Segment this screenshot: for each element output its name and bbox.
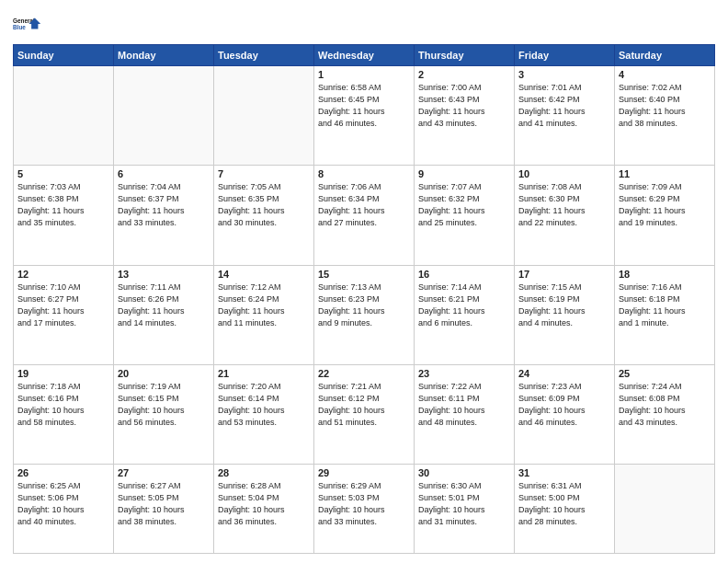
calendar-week-row: 26Sunrise: 6:25 AM Sunset: 5:06 PM Dayli… [14, 465, 715, 554]
calendar-cell: 18Sunrise: 7:16 AM Sunset: 6:18 PM Dayli… [615, 265, 715, 364]
day-info: Sunrise: 7:19 AM Sunset: 6:15 PM Dayligh… [118, 381, 210, 429]
calendar-cell: 25Sunrise: 7:24 AM Sunset: 6:08 PM Dayli… [615, 364, 715, 464]
calendar-cell: 3Sunrise: 7:01 AM Sunset: 6:42 PM Daylig… [515, 66, 615, 166]
day-number: 5 [17, 168, 109, 179]
calendar-week-row: 12Sunrise: 7:10 AM Sunset: 6:27 PM Dayli… [14, 265, 715, 364]
weekday-header: Monday [114, 45, 214, 66]
calendar-week-row: 19Sunrise: 7:18 AM Sunset: 6:16 PM Dayli… [14, 364, 715, 464]
calendar-cell: 26Sunrise: 6:25 AM Sunset: 5:06 PM Dayli… [14, 465, 114, 554]
svg-text:Blue: Blue [13, 24, 26, 30]
day-number: 20 [118, 368, 210, 379]
day-info: Sunrise: 7:04 AM Sunset: 6:37 PM Dayligh… [118, 181, 210, 229]
day-number: 9 [418, 168, 510, 179]
day-number: 22 [318, 368, 410, 379]
calendar-cell: 14Sunrise: 7:12 AM Sunset: 6:24 PM Dayli… [214, 265, 314, 364]
day-number: 26 [17, 467, 109, 478]
day-number: 18 [619, 269, 711, 280]
weekday-header: Friday [515, 45, 615, 66]
day-info: Sunrise: 7:08 AM Sunset: 6:30 PM Dayligh… [518, 181, 610, 229]
calendar-cell [214, 66, 314, 166]
calendar-cell: 6Sunrise: 7:04 AM Sunset: 6:37 PM Daylig… [114, 166, 214, 265]
day-number: 16 [418, 269, 510, 280]
day-info: Sunrise: 7:06 AM Sunset: 6:34 PM Dayligh… [318, 181, 410, 229]
day-info: Sunrise: 7:20 AM Sunset: 6:14 PM Dayligh… [218, 381, 310, 429]
day-info: Sunrise: 7:10 AM Sunset: 6:27 PM Dayligh… [17, 282, 109, 329]
day-number: 7 [218, 168, 310, 179]
day-number: 19 [17, 368, 109, 379]
day-info: Sunrise: 6:28 AM Sunset: 5:04 PM Dayligh… [218, 480, 310, 528]
day-info: Sunrise: 7:21 AM Sunset: 6:12 PM Dayligh… [318, 381, 410, 429]
day-info: Sunrise: 7:01 AM Sunset: 6:42 PM Dayligh… [518, 82, 610, 130]
day-number: 30 [418, 467, 510, 478]
day-info: Sunrise: 7:09 AM Sunset: 6:29 PM Dayligh… [619, 181, 711, 229]
calendar-cell: 21Sunrise: 7:20 AM Sunset: 6:14 PM Dayli… [214, 364, 314, 464]
day-number: 15 [318, 269, 410, 280]
day-info: Sunrise: 6:58 AM Sunset: 6:45 PM Dayligh… [318, 82, 410, 130]
day-number: 17 [518, 269, 610, 280]
calendar-cell: 10Sunrise: 7:08 AM Sunset: 6:30 PM Dayli… [515, 166, 615, 265]
day-info: Sunrise: 7:14 AM Sunset: 6:21 PM Dayligh… [418, 282, 510, 329]
day-info: Sunrise: 6:29 AM Sunset: 5:03 PM Dayligh… [318, 480, 410, 528]
day-info: Sunrise: 7:07 AM Sunset: 6:32 PM Dayligh… [418, 181, 510, 229]
calendar-cell: 7Sunrise: 7:05 AM Sunset: 6:35 PM Daylig… [214, 166, 314, 265]
day-info: Sunrise: 7:23 AM Sunset: 6:09 PM Dayligh… [518, 381, 610, 429]
calendar-cell [114, 66, 214, 166]
calendar-cell: 28Sunrise: 6:28 AM Sunset: 5:04 PM Dayli… [214, 465, 314, 554]
day-number: 25 [619, 368, 711, 379]
calendar-cell: 1Sunrise: 6:58 AM Sunset: 6:45 PM Daylig… [314, 66, 415, 166]
day-number: 21 [218, 368, 310, 379]
calendar-cell: 8Sunrise: 7:06 AM Sunset: 6:34 PM Daylig… [314, 166, 415, 265]
day-number: 6 [118, 168, 210, 179]
day-number: 27 [118, 467, 210, 478]
day-info: Sunrise: 7:02 AM Sunset: 6:40 PM Dayligh… [619, 82, 711, 130]
logo-icon: GeneralBlue [13, 9, 42, 39]
day-info: Sunrise: 6:31 AM Sunset: 5:00 PM Dayligh… [518, 480, 610, 528]
weekday-header: Tuesday [214, 45, 314, 66]
calendar-cell: 15Sunrise: 7:13 AM Sunset: 6:23 PM Dayli… [314, 265, 415, 364]
calendar-cell: 20Sunrise: 7:19 AM Sunset: 6:15 PM Dayli… [114, 364, 214, 464]
calendar-cell: 29Sunrise: 6:29 AM Sunset: 5:03 PM Dayli… [314, 465, 415, 554]
day-number: 24 [518, 368, 610, 379]
calendar-cell: 22Sunrise: 7:21 AM Sunset: 6:12 PM Dayli… [314, 364, 415, 464]
day-number: 10 [518, 168, 610, 179]
day-number: 31 [518, 467, 610, 478]
day-info: Sunrise: 7:18 AM Sunset: 6:16 PM Dayligh… [17, 381, 109, 429]
calendar-cell: 9Sunrise: 7:07 AM Sunset: 6:32 PM Daylig… [415, 166, 515, 265]
weekday-header: Saturday [615, 45, 715, 66]
day-number: 28 [218, 467, 310, 478]
day-number: 11 [619, 168, 711, 179]
calendar-cell: 2Sunrise: 7:00 AM Sunset: 6:43 PM Daylig… [415, 66, 515, 166]
calendar-cell: 17Sunrise: 7:15 AM Sunset: 6:19 PM Dayli… [515, 265, 615, 364]
calendar-cell: 16Sunrise: 7:14 AM Sunset: 6:21 PM Dayli… [415, 265, 515, 364]
day-info: Sunrise: 7:24 AM Sunset: 6:08 PM Dayligh… [619, 381, 711, 429]
calendar-cell: 11Sunrise: 7:09 AM Sunset: 6:29 PM Dayli… [615, 166, 715, 265]
calendar-cell: 27Sunrise: 6:27 AM Sunset: 5:05 PM Dayli… [114, 465, 214, 554]
day-info: Sunrise: 7:03 AM Sunset: 6:38 PM Dayligh… [17, 181, 109, 229]
weekday-header: Wednesday [314, 45, 415, 66]
day-number: 8 [318, 168, 410, 179]
day-info: Sunrise: 7:16 AM Sunset: 6:18 PM Dayligh… [619, 282, 711, 329]
calendar-cell: 31Sunrise: 6:31 AM Sunset: 5:00 PM Dayli… [515, 465, 615, 554]
calendar-cell [14, 66, 114, 166]
day-number: 1 [318, 69, 410, 80]
day-info: Sunrise: 7:12 AM Sunset: 6:24 PM Dayligh… [218, 282, 310, 329]
day-info: Sunrise: 7:11 AM Sunset: 6:26 PM Dayligh… [118, 282, 210, 329]
calendar-week-row: 5Sunrise: 7:03 AM Sunset: 6:38 PM Daylig… [14, 166, 715, 265]
calendar-cell: 4Sunrise: 7:02 AM Sunset: 6:40 PM Daylig… [615, 66, 715, 166]
calendar-week-row: 1Sunrise: 6:58 AM Sunset: 6:45 PM Daylig… [14, 66, 715, 166]
day-info: Sunrise: 6:30 AM Sunset: 5:01 PM Dayligh… [418, 480, 510, 528]
calendar-table: SundayMondayTuesdayWednesdayThursdayFrid… [13, 44, 715, 554]
day-info: Sunrise: 6:25 AM Sunset: 5:06 PM Dayligh… [17, 480, 109, 528]
calendar-cell: 24Sunrise: 7:23 AM Sunset: 6:09 PM Dayli… [515, 364, 615, 464]
calendar-header-row: SundayMondayTuesdayWednesdayThursdayFrid… [14, 45, 715, 66]
day-number: 13 [118, 269, 210, 280]
calendar-cell: 30Sunrise: 6:30 AM Sunset: 5:01 PM Dayli… [415, 465, 515, 554]
calendar-cell [615, 465, 715, 554]
day-number: 2 [418, 69, 510, 80]
day-number: 29 [318, 467, 410, 478]
calendar-cell: 19Sunrise: 7:18 AM Sunset: 6:16 PM Dayli… [14, 364, 114, 464]
logo: GeneralBlue [13, 9, 46, 39]
day-info: Sunrise: 6:27 AM Sunset: 5:05 PM Dayligh… [118, 480, 210, 528]
day-info: Sunrise: 7:13 AM Sunset: 6:23 PM Dayligh… [318, 282, 410, 329]
day-info: Sunrise: 7:15 AM Sunset: 6:19 PM Dayligh… [518, 282, 610, 329]
